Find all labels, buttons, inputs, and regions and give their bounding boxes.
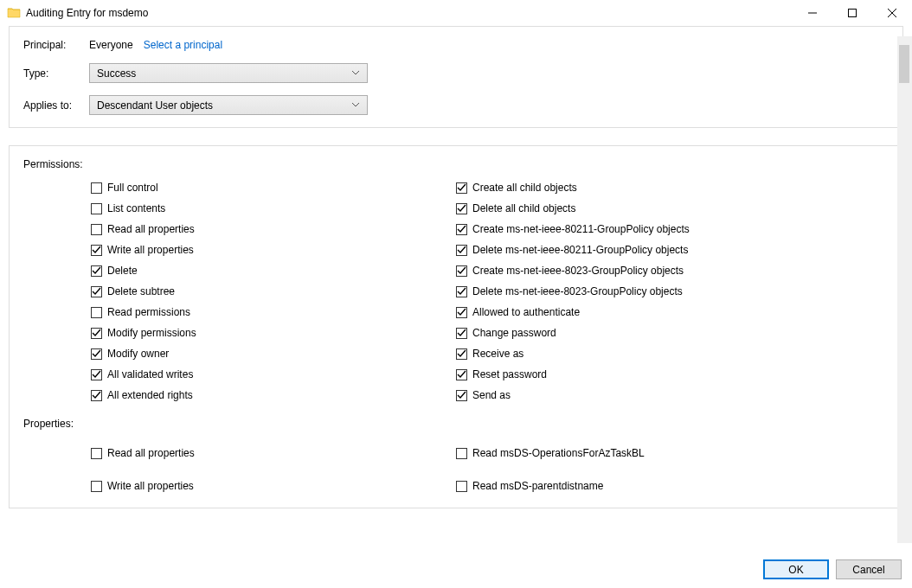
permission-checkbox[interactable] xyxy=(456,328,467,339)
permission-row: All validated writes xyxy=(91,364,456,385)
minimize-button[interactable] xyxy=(793,0,832,26)
permission-checkbox[interactable] xyxy=(456,307,467,318)
permission-checkbox[interactable] xyxy=(456,182,467,194)
property-label: Read msDS-parentdistname xyxy=(472,480,603,492)
property-label: Write all properties xyxy=(107,480,194,492)
permission-row: Create all child objects xyxy=(456,177,889,198)
permission-label: Full control xyxy=(107,182,158,194)
chevron-down-icon xyxy=(348,103,363,107)
permission-checkbox[interactable] xyxy=(456,286,467,297)
permission-checkbox[interactable] xyxy=(91,245,102,256)
permission-checkbox[interactable] xyxy=(91,369,102,380)
scrollbar-thumb[interactable] xyxy=(899,45,909,83)
permission-row: Delete ms-net-ieee-80211-GroupPolicy obj… xyxy=(456,240,889,260)
permission-label: Reset password xyxy=(472,368,547,380)
permission-label: Create all child objects xyxy=(472,182,577,194)
type-select[interactable]: Success xyxy=(89,63,368,83)
permission-checkbox[interactable] xyxy=(456,224,467,235)
permission-label: Allowed to authenticate xyxy=(472,306,580,318)
cancel-button[interactable]: Cancel xyxy=(836,559,902,579)
permission-checkbox[interactable] xyxy=(456,369,467,380)
ok-button-label: OK xyxy=(788,564,803,576)
permission-row: Reset password xyxy=(456,364,889,385)
permission-checkbox[interactable] xyxy=(91,265,102,277)
permission-label: Create ms-net-ieee-80211-GroupPolicy obj… xyxy=(472,223,690,235)
properties-section-label: Properties: xyxy=(23,418,889,430)
permission-label: List contents xyxy=(107,202,165,214)
permission-row: Delete subtree xyxy=(91,281,456,302)
permission-row: List contents xyxy=(91,198,456,219)
permission-label: Write all properties xyxy=(107,244,194,256)
permission-label: Delete ms-net-ieee-8023-GroupPolicy obje… xyxy=(472,285,683,297)
permission-row: Full control xyxy=(91,177,456,198)
property-checkbox[interactable] xyxy=(456,481,467,492)
cancel-button-label: Cancel xyxy=(852,564,884,576)
permissions-panel: Permissions: Full controlList contentsRe… xyxy=(9,145,903,508)
select-principal-link[interactable]: Select a principal xyxy=(144,39,222,51)
permission-label: All extended rights xyxy=(107,389,193,401)
applies-to-select-value: Descendant User objects xyxy=(97,99,348,112)
permission-checkbox[interactable] xyxy=(91,390,102,401)
permission-label: Delete ms-net-ieee-80211-GroupPolicy obj… xyxy=(472,244,688,256)
chevron-down-icon xyxy=(348,71,363,75)
permission-checkbox[interactable] xyxy=(456,390,467,401)
permission-label: Delete all child objects xyxy=(472,202,575,214)
permission-label: Modify permissions xyxy=(107,327,196,339)
permission-checkbox[interactable] xyxy=(91,307,102,318)
window-title: Auditing Entry for msdemo xyxy=(26,7,148,19)
permission-checkbox[interactable] xyxy=(91,286,102,297)
property-checkbox[interactable] xyxy=(91,481,102,492)
permission-label: Create ms-net-ieee-8023-GroupPolicy obje… xyxy=(472,265,684,277)
permission-checkbox[interactable] xyxy=(91,224,102,235)
property-row: Write all properties xyxy=(91,470,456,502)
property-checkbox[interactable] xyxy=(91,448,102,459)
permission-row: Delete xyxy=(91,260,456,281)
type-label: Type: xyxy=(23,67,89,80)
permission-label: Delete subtree xyxy=(107,285,175,297)
principal-label: Principal: xyxy=(23,39,89,51)
permission-checkbox[interactable] xyxy=(456,265,467,277)
permission-row: Modify permissions xyxy=(91,323,456,343)
property-checkbox[interactable] xyxy=(456,448,467,459)
property-label: Read all properties xyxy=(107,447,195,459)
permission-row: Delete ms-net-ieee-8023-GroupPolicy obje… xyxy=(456,281,889,302)
titlebar: Auditing Entry for msdemo xyxy=(0,0,912,26)
permission-row: Change password xyxy=(456,323,889,343)
permission-checkbox[interactable] xyxy=(456,348,467,360)
ok-button[interactable]: OK xyxy=(763,559,829,579)
permission-checkbox[interactable] xyxy=(91,328,102,339)
close-button[interactable] xyxy=(872,0,912,26)
permission-row: Create ms-net-ieee-80211-GroupPolicy obj… xyxy=(456,219,889,240)
folder-icon xyxy=(7,6,21,20)
property-row: Read all properties xyxy=(91,437,456,470)
permission-label: Change password xyxy=(472,327,556,339)
permission-row: Delete all child objects xyxy=(456,198,889,219)
permission-label: Modify owner xyxy=(107,348,169,360)
applies-to-label: Applies to: xyxy=(23,99,89,112)
permission-checkbox[interactable] xyxy=(91,182,102,194)
applies-to-select[interactable]: Descendant User objects xyxy=(89,95,368,115)
maximize-button[interactable] xyxy=(832,0,872,26)
permission-row: Read permissions xyxy=(91,302,456,323)
permission-row: Modify owner xyxy=(91,343,456,364)
scrollbar[interactable] xyxy=(897,36,912,543)
permissions-section-label: Permissions: xyxy=(23,158,889,170)
property-row: Read msDS-parentdistname xyxy=(456,470,889,502)
permission-row: Receive as xyxy=(456,343,889,364)
permission-label: All validated writes xyxy=(107,368,193,380)
permission-row: Allowed to authenticate xyxy=(456,302,889,323)
permission-checkbox[interactable] xyxy=(456,245,467,256)
permission-checkbox[interactable] xyxy=(91,348,102,360)
permission-checkbox[interactable] xyxy=(456,203,467,214)
header-panel: Principal: Everyone Select a principal T… xyxy=(9,26,903,128)
permission-label: Send as xyxy=(472,389,511,401)
svg-rect-1 xyxy=(849,9,857,16)
permission-row: Create ms-net-ieee-8023-GroupPolicy obje… xyxy=(456,260,889,281)
permission-checkbox[interactable] xyxy=(91,203,102,214)
window-controls xyxy=(793,0,912,26)
permission-row: Read all properties xyxy=(91,219,456,240)
permission-label: Read all properties xyxy=(107,223,195,235)
footer-buttons: OK Cancel xyxy=(763,559,902,579)
permission-label: Read permissions xyxy=(107,306,190,318)
permission-row: All extended rights xyxy=(91,385,456,406)
